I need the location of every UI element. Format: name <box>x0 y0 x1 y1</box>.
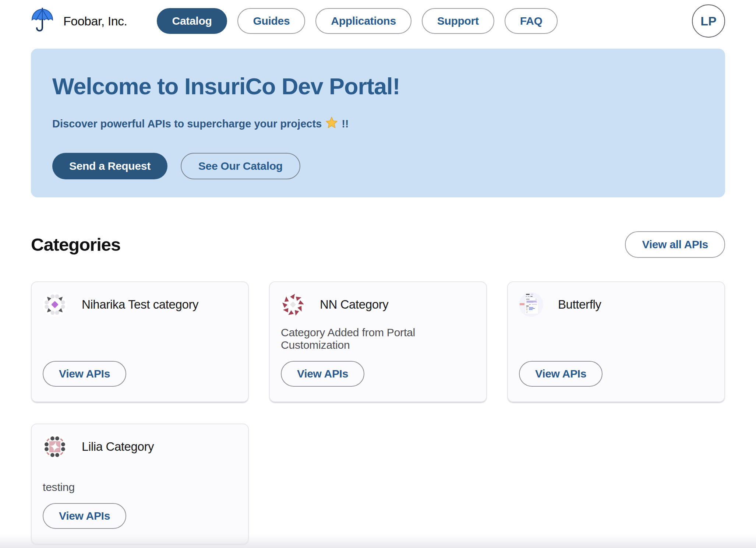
hero-subtitle-suffix: !! <box>342 118 349 130</box>
view-apis-button-butterfly[interactable]: View APIs <box>519 361 603 387</box>
see-catalog-button[interactable]: See Our Catalog <box>181 153 300 179</box>
lilia-category-icon <box>43 435 67 459</box>
brand-name: Foobar, Inc. <box>63 14 127 28</box>
hero-actions: Send a Request See Our Catalog <box>52 153 704 179</box>
nav-tab-faq[interactable]: FAQ <box>505 8 558 34</box>
niharika-category-icon <box>43 292 67 317</box>
card-title: Lilia Category <box>82 440 154 454</box>
hero-banner: Welcome to InsuriCo Dev Portal! Discover… <box>31 49 725 197</box>
nn-category-icon <box>281 292 305 317</box>
card-title: Niharika Test category <box>82 298 198 312</box>
categories-section-header: Categories View all APIs <box>31 231 725 258</box>
star-icon <box>325 116 338 131</box>
dev-portal-page: Foobar, Inc. Catalog Guides Applications… <box>0 0 756 548</box>
category-card-butterfly[interactable]: Butterfly View APIs <box>507 281 725 402</box>
categories-heading: Categories <box>31 234 120 255</box>
nav-tab-catalog[interactable]: Catalog <box>157 8 227 34</box>
card-description: testing <box>43 481 237 493</box>
nav-tab-applications[interactable]: Applications <box>315 8 411 34</box>
header: Foobar, Inc. Catalog Guides Applications… <box>0 0 756 41</box>
card-description: Category Added from Portal Customization <box>281 326 475 351</box>
main-nav: Catalog Guides Applications Support FAQ <box>157 8 558 34</box>
butterfly-category-icon <box>519 292 543 317</box>
hero-title: Welcome to InsuriCo Dev Portal! <box>52 73 704 99</box>
view-apis-button-nn[interactable]: View APIs <box>281 361 364 387</box>
view-all-apis-button[interactable]: View all APIs <box>625 231 725 258</box>
hero-subtitle-text: Discover powerful APIs to supercharge yo… <box>52 118 322 130</box>
user-avatar[interactable]: LP <box>692 4 725 38</box>
view-apis-button-lilia[interactable]: View APIs <box>43 503 126 529</box>
brand[interactable]: Foobar, Inc. <box>31 8 127 34</box>
card-title: NN Category <box>320 298 388 312</box>
nav-tab-support[interactable]: Support <box>422 8 494 34</box>
view-apis-button-niharika[interactable]: View APIs <box>43 361 126 387</box>
footer-fade <box>0 535 756 548</box>
send-request-button[interactable]: Send a Request <box>52 153 167 179</box>
category-card-lilia[interactable]: Lilia Category testing View APIs <box>31 424 249 544</box>
category-card-niharika[interactable]: Niharika Test category View APIs <box>31 281 249 402</box>
card-title: Butterfly <box>558 298 601 312</box>
nav-tab-guides[interactable]: Guides <box>237 8 305 34</box>
category-cards-grid: Niharika Test category View APIs <box>31 281 725 544</box>
hero-subtitle: Discover powerful APIs to supercharge yo… <box>52 116 704 131</box>
umbrella-logo-icon <box>31 8 54 34</box>
category-card-nn[interactable]: NN Category Category Added from Portal C… <box>269 281 487 402</box>
